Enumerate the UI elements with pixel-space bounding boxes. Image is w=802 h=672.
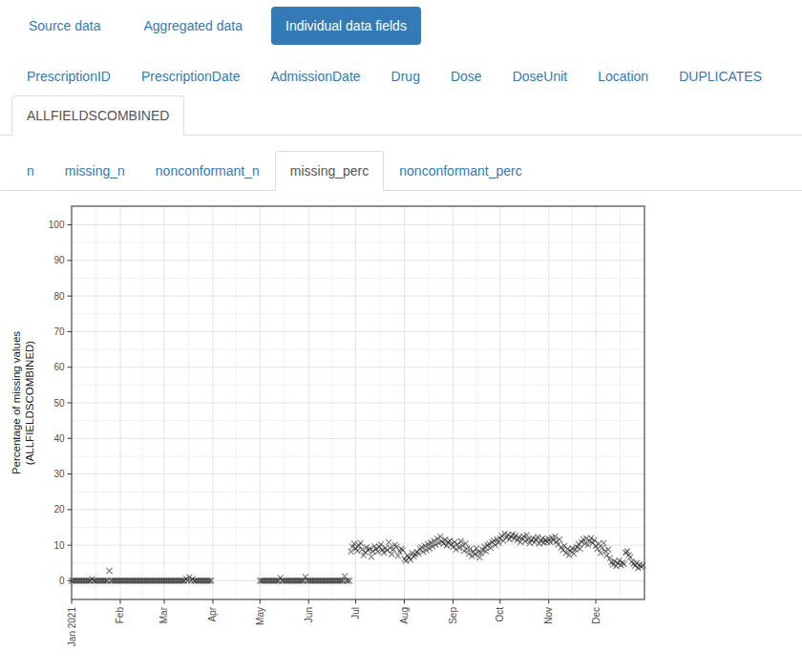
metric-tabs: n missing_n nonconformant_n missing_perc… [0,151,802,191]
tab-metric-n[interactable]: n [11,151,50,191]
svg-text:Percentage of missing values: Percentage of missing values [11,331,22,474]
svg-text:Oct: Oct [495,607,505,622]
svg-text:Dec: Dec [591,607,602,624]
tab-field-location[interactable]: Location [582,56,664,96]
svg-text:Aug: Aug [399,607,410,624]
svg-text:90: 90 [53,255,65,265]
missing-perc-time-series-chart: 0102030405060708090100Jan 2021FebMarAprM… [0,200,668,672]
svg-text:20: 20 [53,504,65,514]
svg-text:30: 30 [53,469,65,479]
tab-field-duplicates[interactable]: DUPLICATES [664,56,777,96]
tab-individual-data-fields[interactable]: Individual data fields [271,7,421,45]
svg-text:10: 10 [53,540,65,551]
tab-field-prescriptiondate[interactable]: PrescriptionDate [126,56,256,96]
svg-text:80: 80 [53,291,65,302]
svg-text:50: 50 [53,398,65,409]
svg-text:100: 100 [49,220,65,230]
svg-text:Nov: Nov [543,607,554,624]
svg-text:60: 60 [53,362,65,372]
tab-source-data[interactable]: Source data [14,7,116,45]
tab-field-dose[interactable]: Dose [435,56,497,96]
tab-individual-data-fields-label[interactable]: Individual data fields [271,7,421,45]
svg-text:40: 40 [53,433,65,444]
tab-aggregated-data[interactable]: Aggregated data [130,7,258,45]
tab-field-drug[interactable]: Drug [376,56,435,96]
field-tabs: PrescriptionID PrescriptionDate Admissio… [0,56,802,136]
tab-field-admissiondate[interactable]: AdmissionDate [255,56,375,96]
tab-metric-missing-n[interactable]: missing_n [50,151,140,191]
chart-area: 0102030405060708090100Jan 2021FebMarAprM… [0,200,802,672]
tab-source-data-label[interactable]: Source data [14,7,116,45]
tab-field-prescriptionid[interactable]: PrescriptionID [11,56,126,96]
svg-text:Sep: Sep [448,607,458,624]
svg-text:Feb: Feb [115,607,125,624]
svg-text:0: 0 [59,576,65,586]
svg-text:Jun: Jun [304,607,314,622]
tab-metric-nonconformant-n[interactable]: nonconformant_n [140,151,275,191]
svg-text:Jan 2021: Jan 2021 [67,607,77,647]
svg-text:(ALLFIELDSCOMBINED): (ALLFIELDSCOMBINED) [24,341,35,466]
tab-field-doseunit[interactable]: DoseUnit [497,56,583,96]
tab-aggregated-data-label[interactable]: Aggregated data [130,7,258,45]
svg-text:May: May [255,607,265,625]
svg-text:Jul: Jul [350,607,361,620]
daiquiri-report-page: Source data Aggregated data Individual d… [0,7,802,672]
tab-metric-nonconformant-perc[interactable]: nonconformant_perc [384,151,537,191]
tab-field-allfieldscombined[interactable]: ALLFIELDSCOMBINED [11,95,184,136]
tab-metric-missing-perc[interactable]: missing_perc [275,151,384,191]
svg-text:Mar: Mar [158,606,169,623]
svg-text:70: 70 [53,326,65,337]
svg-text:Apr: Apr [207,606,218,621]
report-level-tabs: Source data Aggregated data Individual d… [14,7,802,45]
